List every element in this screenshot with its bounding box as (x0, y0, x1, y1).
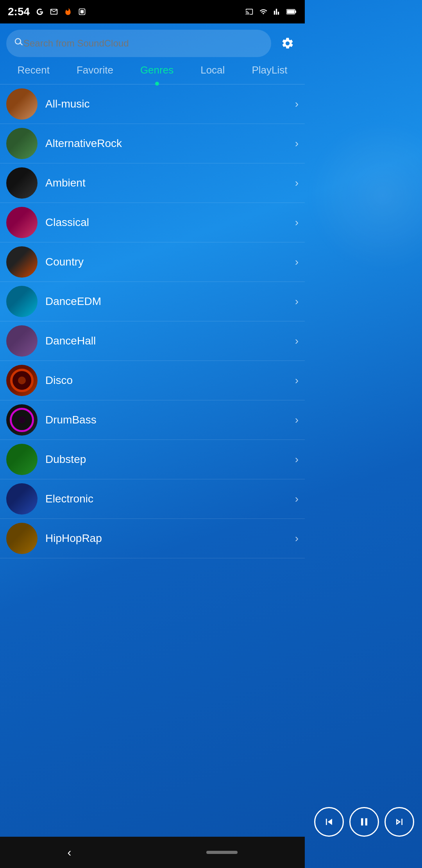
genre-chevron-drum-bass: › (295, 414, 299, 426)
genre-chevron-hiphop-rap: › (295, 532, 299, 545)
nav-tabs: Recent Favorite Genres Local PlayList (0, 61, 305, 84)
genre-item-ambient[interactable]: Ambient › (0, 163, 305, 203)
genre-item-classical[interactable]: Classical › (0, 203, 305, 242)
tab-genres[interactable]: Genres (136, 61, 178, 79)
genre-chevron-dancehall: › (295, 335, 299, 347)
genre-chevron-all-music: › (295, 98, 299, 110)
genre-item-drum-bass[interactable]: DrumBass › (0, 400, 305, 440)
genre-item-hiphop-rap[interactable]: HipHopRap › (0, 519, 305, 558)
search-input[interactable] (23, 38, 265, 49)
genre-avatar-electronic (6, 483, 38, 515)
signal-icon (272, 6, 283, 17)
genre-chevron-classical: › (295, 216, 299, 229)
genre-item-all-music[interactable]: All-music › (0, 84, 305, 124)
genre-name-dancehall: DanceHall (45, 335, 295, 347)
cast-icon (244, 6, 255, 17)
genre-avatar-all-music (6, 88, 38, 120)
tab-playlist[interactable]: PlayList (247, 61, 292, 79)
genre-avatar-dubstep (6, 444, 38, 475)
app-icon (77, 6, 88, 17)
genre-name-drum-bass: DrumBass (45, 414, 295, 426)
genre-name-dubstep: Dubstep (45, 453, 295, 466)
genre-item-dubstep[interactable]: Dubstep › (0, 440, 305, 479)
genre-name-dance-edm: DanceEDM (45, 295, 295, 308)
wifi-icon (258, 6, 269, 17)
search-bar[interactable] (6, 30, 271, 57)
genre-avatar-disco (6, 365, 38, 396)
genre-item-electronic[interactable]: Electronic › (0, 479, 305, 519)
genre-item-alternative-rock[interactable]: AlternativeRock › (0, 124, 305, 163)
search-bar-container (0, 23, 305, 61)
battery-icon (286, 6, 297, 17)
genre-avatar-country (6, 246, 38, 278)
genre-item-country[interactable]: Country › (0, 242, 305, 282)
genre-name-hiphop-rap: HipHopRap (45, 532, 295, 545)
genre-name-country: Country (45, 256, 295, 268)
genre-chevron-dance-edm: › (295, 295, 299, 308)
genre-avatar-drum-bass (6, 404, 38, 436)
back-button[interactable]: ‹ (68, 846, 72, 859)
search-row (6, 30, 299, 57)
settings-icon[interactable] (277, 32, 299, 54)
status-time: 2:54 (8, 5, 30, 18)
google-icon (34, 6, 45, 17)
genre-avatar-dancehall (6, 325, 38, 357)
genre-chevron-country: › (295, 256, 299, 268)
svg-rect-3 (295, 11, 296, 13)
genre-item-dance-edm[interactable]: DanceEDM › (0, 282, 305, 321)
tab-local[interactable]: Local (196, 61, 229, 79)
genre-name-all-music: All-music (45, 98, 295, 110)
genre-name-ambient: Ambient (45, 177, 295, 189)
svg-rect-1 (80, 10, 84, 13)
genre-item-dancehall[interactable]: DanceHall › (0, 321, 305, 361)
genre-chevron-electronic: › (295, 493, 299, 505)
genre-avatar-classical (6, 207, 38, 238)
genre-avatar-alternative-rock (6, 128, 38, 159)
svg-rect-4 (287, 10, 295, 14)
fire-icon (63, 6, 73, 17)
genre-chevron-disco: › (295, 374, 299, 387)
genre-name-classical: Classical (45, 216, 295, 229)
android-nav-bar: ‹ (0, 837, 305, 868)
genre-chevron-dubstep: › (295, 453, 299, 466)
genre-name-electronic: Electronic (45, 493, 295, 505)
gmail-icon (48, 6, 59, 17)
genre-avatar-hiphop-rap (6, 523, 38, 554)
genre-item-disco[interactable]: Disco › (0, 361, 305, 400)
genre-name-alternative-rock: AlternativeRock (45, 137, 295, 150)
home-indicator[interactable] (206, 851, 238, 854)
genre-list: All-music › AlternativeRock › Ambient › … (0, 84, 305, 558)
tab-recent[interactable]: Recent (13, 61, 54, 79)
genre-chevron-ambient: › (295, 177, 299, 189)
search-icon (13, 37, 23, 50)
genre-chevron-alternative-rock: › (295, 137, 299, 150)
genre-avatar-dance-edm (6, 286, 38, 317)
status-bar: 2:54 (0, 0, 305, 23)
status-icons (34, 6, 88, 17)
genre-avatar-ambient (6, 167, 38, 199)
status-right-icons (244, 6, 297, 17)
tab-favorite[interactable]: Favorite (72, 61, 118, 79)
genre-name-disco: Disco (45, 374, 295, 387)
